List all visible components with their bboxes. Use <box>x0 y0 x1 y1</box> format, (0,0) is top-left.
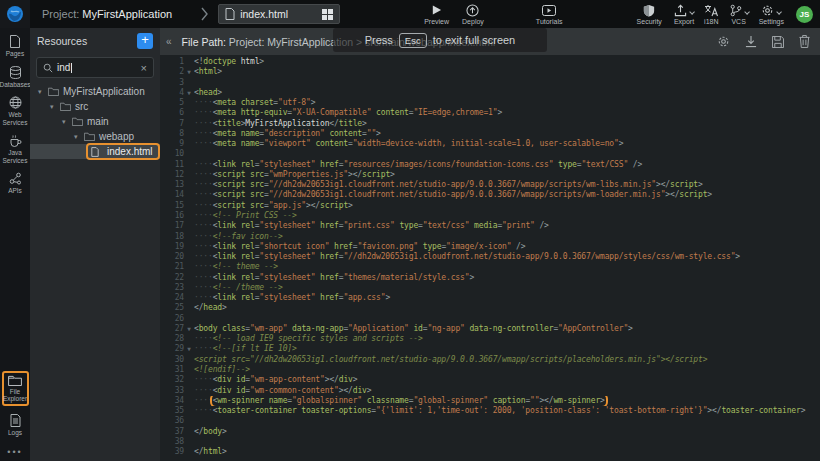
code-line-19[interactable]: 19····<link rel="shortcut icon" href="fa… <box>160 242 820 252</box>
sidebar-item-logs[interactable]: Logs <box>1 414 30 437</box>
i18n-button[interactable]: i18N <box>704 3 718 25</box>
code-line-33[interactable]: 33····<div id="wm-common-content"></div> <box>160 386 820 396</box>
code-line-21[interactable]: 21····<!-- theme --> <box>160 262 820 272</box>
code-line-24[interactable]: 24····<link rel="stylesheet" href="app.c… <box>160 293 820 303</box>
resources-panel: Resources + ind × ▾MyFirstApplication▾sr… <box>30 28 160 461</box>
sidebar-item-java-services[interactable]: Java Services <box>1 134 30 164</box>
sidebar-item-apis[interactable]: APIs <box>1 172 30 195</box>
code-line-1[interactable]: 1<!doctype html> <box>160 57 820 67</box>
vcs-button[interactable]: VCS <box>729 3 749 25</box>
line-number: 10 <box>160 149 184 159</box>
more-options-button[interactable]: ••• <box>7 447 22 457</box>
code-line-12[interactable]: 12····<script src="wmProperties.js"></sc… <box>160 170 820 180</box>
expand-caret-icon[interactable]: ▾ <box>50 103 57 111</box>
editor-settings-gear-icon[interactable] <box>717 35 730 48</box>
code-line-14[interactable]: 14····<script src="//dh2dw20653ig1.cloud… <box>160 190 820 200</box>
code-line-35[interactable]: 35····<toaster-container toaster-options… <box>160 406 820 416</box>
code-line-36[interactable]: 36 <box>160 416 820 426</box>
code-line-34[interactable]: 34····<wm-spinner name="globalspinner" c… <box>160 396 820 406</box>
code-line-2[interactable]: 2▼<html> <box>160 67 820 77</box>
line-number: 13 <box>160 180 184 190</box>
save-icon[interactable] <box>772 36 784 48</box>
user-avatar[interactable]: JS <box>796 6 813 23</box>
code-line-17[interactable]: 17····<link rel="stylesheet" href="print… <box>160 221 820 231</box>
tree-item-index-html[interactable]: index.html <box>30 144 160 159</box>
top-bar: Project:MyFirstApplication index.html Pr… <box>0 0 820 28</box>
grid-view-icon[interactable] <box>322 9 333 20</box>
folder-icon <box>60 102 71 111</box>
line-number: 6 <box>160 108 184 118</box>
code-editor[interactable]: 1<!doctype html>2▼<html>34▼<head>5····<m… <box>160 55 820 461</box>
code-line-26[interactable]: 26 <box>160 314 820 324</box>
code-line-31[interactable]: 31<![endif]--> <box>160 365 820 375</box>
code-line-29[interactable]: 29▼····<!--[if lt IE 10]> <box>160 344 820 354</box>
collapse-panel-icon[interactable]: « <box>166 36 172 47</box>
code-line-23[interactable]: 23····<!-- /theme --> <box>160 283 820 293</box>
code-line-7[interactable]: 7····<title>MyFirstApplication</title> <box>160 119 820 129</box>
line-number: 33 <box>160 386 184 396</box>
code-line-3[interactable]: 3 <box>160 78 820 88</box>
fold-caret-icon <box>184 211 194 221</box>
code-line-6[interactable]: 6····<meta http-equiv="X-UA-Compatible" … <box>160 108 820 118</box>
sidebar-item-web-services[interactable]: Web Services <box>1 96 30 126</box>
code-line-27[interactable]: 27▼<body class="wm-app" data-ng-app="App… <box>160 324 820 334</box>
resources-title: Resources <box>37 35 137 47</box>
settings-button[interactable]: Settings <box>759 3 784 25</box>
log-file-icon <box>10 414 21 427</box>
code-line-10[interactable]: 10 <box>160 149 820 159</box>
code-line-28[interactable]: 28····<!-- load IE9 specific styles and … <box>160 334 820 344</box>
code-line-38[interactable]: 38 <box>160 437 820 447</box>
code-line-16[interactable]: 16····<!-- Print CSS --> <box>160 211 820 221</box>
preview-button[interactable]: Preview <box>424 3 449 25</box>
code-line-5[interactable]: 5····<meta charset="utf-8"> <box>160 98 820 108</box>
deploy-button[interactable]: Deploy <box>462 3 484 25</box>
text-cursor <box>71 63 72 73</box>
tree-item-myfirstapplication[interactable]: ▾MyFirstApplication <box>30 84 160 99</box>
code-line-8[interactable]: 8····<meta name="description" content=""… <box>160 129 820 139</box>
code-line-37[interactable]: 37</body> <box>160 427 820 437</box>
sidebar-item-pages[interactable]: Pages <box>1 35 30 58</box>
tree-item-src[interactable]: ▾src <box>30 99 160 114</box>
code-line-13[interactable]: 13····<script src="//dh2dw20653ig1.cloud… <box>160 180 820 190</box>
fold-caret-icon[interactable]: ▼ <box>184 88 194 98</box>
code-line-9[interactable]: 9····<meta name="viewport" content="widt… <box>160 139 820 149</box>
code-line-20[interactable]: 20····<link rel="stylesheet" href="//dh2… <box>160 252 820 262</box>
code-line-22[interactable]: 22····<link rel="stylesheet" href="theme… <box>160 273 820 283</box>
expand-caret-icon[interactable]: ▾ <box>74 133 81 141</box>
gear-icon <box>761 4 774 17</box>
expand-caret-icon[interactable]: ▾ <box>62 118 69 126</box>
sidebar-item-file-explorer[interactable]: File Explorer <box>2 371 29 406</box>
add-resource-button[interactable]: + <box>137 33 153 49</box>
fold-caret-icon[interactable]: ▼ <box>184 344 194 354</box>
export-button[interactable]: Export <box>674 3 694 25</box>
code-line-30[interactable]: 30<script src="//dh2dw20653ig1.cloudfron… <box>160 355 820 365</box>
fold-caret-icon <box>184 386 194 396</box>
sidebar-item-databases[interactable]: Databases <box>1 66 30 89</box>
fold-caret-icon[interactable]: ▼ <box>184 324 194 334</box>
line-number: 21 <box>160 262 184 272</box>
code-line-25[interactable]: 25</head> <box>160 303 820 313</box>
tutorials-button[interactable]: Tutorials <box>536 3 563 25</box>
code-line-32[interactable]: 32····<div id="wm-app-content"></div> <box>160 375 820 385</box>
security-button[interactable]: Security <box>637 3 662 25</box>
chevron-down-icon <box>776 10 782 16</box>
code-line-18[interactable]: 18····<!--fav icon--> <box>160 232 820 242</box>
code-line-4[interactable]: 4▼<head> <box>160 88 820 98</box>
resources-search-input[interactable]: ind × <box>36 57 154 78</box>
file-tab-index-html[interactable]: index.html <box>218 4 340 24</box>
wavemaker-logo-icon[interactable] <box>0 0 30 28</box>
code-line-15[interactable]: 15····<script src="app.js"></script> <box>160 201 820 211</box>
line-number: 12 <box>160 170 184 180</box>
download-icon[interactable] <box>745 35 757 48</box>
code-line-39[interactable]: 39</html> <box>160 447 820 457</box>
translate-icon <box>704 3 718 17</box>
tree-item-webapp[interactable]: ▾webapp <box>30 129 160 144</box>
fold-caret-icon[interactable]: ▼ <box>184 67 194 77</box>
expand-caret-icon[interactable]: ▾ <box>38 88 45 96</box>
tree-item-main[interactable]: ▾main <box>30 114 160 129</box>
chevron-down-icon <box>744 10 750 16</box>
clear-search-icon[interactable]: × <box>141 63 147 73</box>
line-number: 25 <box>160 303 184 313</box>
code-line-11[interactable]: 11····<link rel="stylesheet" href="resou… <box>160 160 820 170</box>
delete-trash-icon[interactable] <box>799 35 810 48</box>
